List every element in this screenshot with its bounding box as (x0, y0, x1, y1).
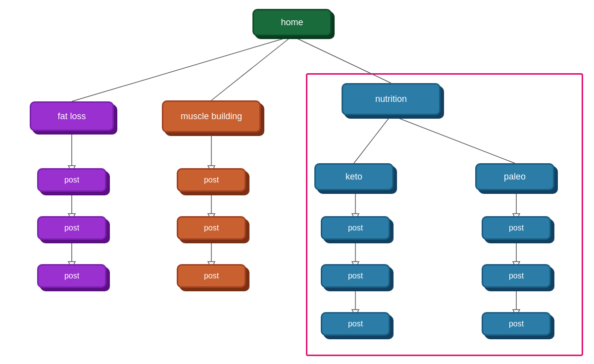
fat-loss-post-2-label: post (64, 224, 79, 232)
keto-post-2[interactable]: post (321, 264, 390, 288)
paleo-post-2-label: post (509, 272, 524, 280)
keto-post-2-label: post (348, 272, 363, 280)
home-node[interactable]: home (252, 9, 332, 36)
fat-loss-post-3-label: post (64, 272, 79, 280)
keto-post-1-label: post (348, 224, 363, 232)
fat-loss-post-2[interactable]: post (37, 216, 106, 240)
svg-line-0 (72, 36, 292, 101)
nutrition-node[interactable]: nutrition (342, 83, 441, 115)
keto-post-3-label: post (348, 319, 363, 328)
muscle-building-node[interactable]: muscle building (162, 100, 261, 133)
diagram: home fat loss muscle building nutrition … (0, 0, 594, 364)
fat-loss-post-3[interactable]: post (37, 264, 106, 288)
fat-loss-node[interactable]: fat loss (30, 101, 114, 131)
fat-loss-post-1[interactable]: post (37, 168, 106, 192)
keto-node[interactable]: keto (314, 163, 394, 190)
muscle-post-1[interactable]: post (177, 168, 246, 192)
muscle-building-label: muscle building (181, 111, 242, 122)
paleo-post-3-label: post (509, 319, 524, 328)
svg-line-1 (211, 36, 292, 100)
keto-label: keto (346, 172, 362, 182)
muscle-post-2-label: post (204, 224, 219, 232)
muscle-post-3[interactable]: post (177, 264, 246, 288)
paleo-post-2[interactable]: post (482, 264, 551, 288)
paleo-post-3[interactable]: post (482, 312, 551, 336)
paleo-label: paleo (504, 172, 526, 182)
keto-post-3[interactable]: post (321, 312, 390, 336)
nutrition-label: nutrition (375, 94, 407, 104)
home-label: home (281, 17, 303, 28)
fat-loss-label: fat loss (57, 111, 86, 122)
paleo-post-1[interactable]: post (482, 216, 551, 240)
muscle-post-3-label: post (204, 272, 219, 280)
muscle-post-1-label: post (204, 176, 219, 184)
fat-loss-post-1-label: post (64, 176, 79, 184)
muscle-post-2[interactable]: post (177, 216, 246, 240)
keto-post-1[interactable]: post (321, 216, 390, 240)
paleo-post-1-label: post (509, 224, 524, 232)
paleo-node[interactable]: paleo (475, 163, 554, 190)
